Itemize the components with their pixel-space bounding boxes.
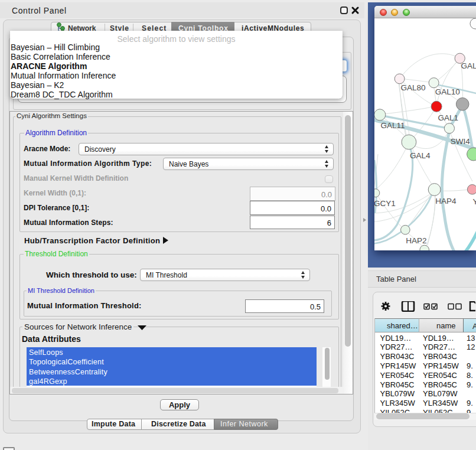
svg-text:HAP2: HAP2	[406, 236, 426, 245]
svg-text:GAL10: GAL10	[435, 87, 460, 96]
svg-text:GAL11: GAL11	[381, 121, 405, 130]
svg-text:GAL7: GAL7	[461, 61, 476, 70]
svg-text:HAP4: HAP4	[435, 197, 457, 206]
svg-text:Y: Y	[473, 197, 476, 206]
svg-text:GAL80: GAL80	[401, 83, 426, 92]
svg-text:GAL4: GAL4	[410, 151, 431, 160]
svg-text:GAL1: GAL1	[438, 113, 459, 122]
svg-text:GCY1: GCY1	[374, 199, 396, 208]
svg-text:SWI4: SWI4	[451, 137, 470, 146]
